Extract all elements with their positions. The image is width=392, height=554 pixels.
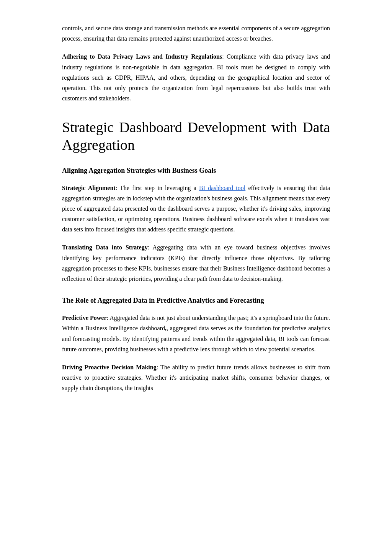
strategic-alignment-paragraph: Strategic Alignment: The first step in l… [62, 183, 330, 235]
predictive-term: Predictive Power [62, 315, 107, 321]
strategic-body2: effectively is ensuring that data aggreg… [62, 185, 330, 233]
intro-paragraph-1: controls, and secure data storage and tr… [62, 23, 330, 44]
intro-text-1: controls, and secure data storage and tr… [62, 25, 330, 42]
strategic-term: Strategic Alignment [62, 185, 116, 191]
section-heading-strategic-dashboard: Strategic Dashboard Development with Dat… [62, 119, 330, 154]
bi-dashboard-tool-link[interactable]: BI dashboard tool [199, 185, 245, 191]
adhering-term: Adhering to Data Privacy Laws and Indust… [62, 53, 222, 60]
translating-data-paragraph: Translating Data into Strategy: Aggregat… [62, 242, 330, 284]
adhering-body: : Compliance with data privacy laws and … [62, 53, 330, 102]
driving-proactive-paragraph: Driving Proactive Decision Making: The a… [62, 362, 330, 393]
strategic-body: : The first step in leveraging a [116, 185, 199, 191]
sub-heading-aligning: Aligning Aggregation Strategies with Bus… [62, 166, 330, 176]
translating-term: Translating Data into Strategy [62, 244, 148, 251]
predictive-power-paragraph: Predictive Power: Aggregated data is not… [62, 313, 330, 354]
intro-paragraph-2: Adhering to Data Privacy Laws and Indust… [62, 51, 330, 103]
sub-heading-predictive: The Role of Aggregated Data in Predictiv… [62, 295, 330, 306]
page-container: controls, and secure data storage and tr… [31, 0, 361, 424]
driving-term: Driving Proactive Decision Making [62, 364, 157, 370]
